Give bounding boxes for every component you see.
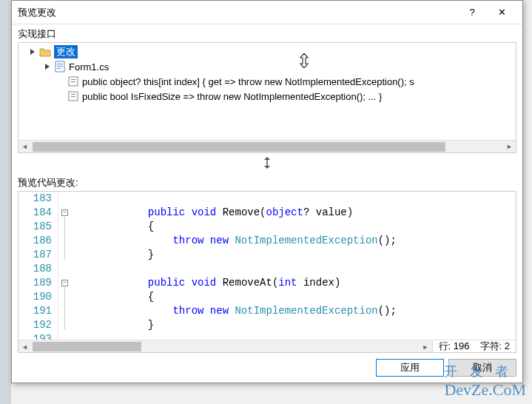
status-char: 字符: 2 xyxy=(480,340,510,353)
code-line xyxy=(73,262,516,276)
scroll-right-icon[interactable]: ► xyxy=(420,340,432,353)
code-editor[interactable]: 183184185186187188189190191192193 − − pu… xyxy=(18,192,516,340)
fold-box-icon[interactable]: − xyxy=(61,209,68,216)
code-line: { xyxy=(73,290,516,304)
svg-rect-1 xyxy=(57,64,63,64)
editor-status: 行: 196 字符: 2 xyxy=(432,340,516,352)
tree-member-row[interactable]: public object? this[int index] { get => … xyxy=(18,74,516,89)
code-line xyxy=(73,332,516,340)
code-line: } xyxy=(73,248,516,262)
line-number: 184 xyxy=(24,206,52,220)
help-button[interactable]: ? xyxy=(457,2,487,23)
svg-rect-8 xyxy=(71,94,75,95)
code-section-label: 预览代码更改: xyxy=(12,173,522,191)
resize-handle[interactable] xyxy=(12,153,522,173)
line-number: 191 xyxy=(24,304,52,318)
scroll-right-icon[interactable]: ► xyxy=(503,141,516,153)
resize-vertical-icon xyxy=(262,156,272,169)
line-number: 185 xyxy=(24,220,52,234)
code-text[interactable]: public void Remove(object? value) { thro… xyxy=(73,192,516,340)
member-icon xyxy=(67,90,79,102)
svg-rect-6 xyxy=(71,81,75,82)
line-number-gutter: 183184185186187188189190191192193 xyxy=(18,192,58,340)
tree-member-row[interactable]: public bool IsFixedSize => throw new Not… xyxy=(18,89,516,104)
svg-rect-3 xyxy=(57,68,61,69)
close-button[interactable]: ✕ xyxy=(487,2,516,23)
apply-button[interactable]: 应用 xyxy=(376,359,444,377)
dialog-title: 预览更改 xyxy=(18,6,457,19)
code-line xyxy=(73,192,516,206)
code-preview-panel: 183184185186187188189190191192193 − − pu… xyxy=(18,191,516,353)
expander-icon[interactable] xyxy=(44,62,53,71)
svg-rect-9 xyxy=(71,96,75,97)
line-number: 190 xyxy=(24,290,52,304)
tree-file-label: Form1.cs xyxy=(69,61,109,73)
line-number: 186 xyxy=(24,234,52,248)
tree-root-row[interactable]: 更改 xyxy=(18,44,516,59)
code-line: throw new NotImplementedException(); xyxy=(73,304,516,318)
svg-rect-2 xyxy=(57,66,63,67)
line-number: 183 xyxy=(24,192,52,206)
code-line: { xyxy=(73,220,516,234)
titlebar: 预览更改 ? ✕ xyxy=(12,1,522,24)
line-number: 189 xyxy=(24,276,52,290)
csharp-file-icon xyxy=(54,61,66,73)
line-number: 187 xyxy=(24,248,52,262)
preview-changes-dialog: 预览更改 ? ✕ 实现接口 更改 Form1.c xyxy=(11,0,523,383)
tree-content[interactable]: 更改 Form1.cs public object? this[int inde… xyxy=(18,43,516,140)
fold-box-icon[interactable]: − xyxy=(61,280,68,286)
line-number: 188 xyxy=(24,262,52,276)
scroll-left-icon[interactable]: ◄ xyxy=(18,340,31,353)
tree-root-label: 更改 xyxy=(54,45,78,58)
tree-section-label: 实现接口 xyxy=(12,24,522,42)
code-line: public void Remove(object? value) xyxy=(73,206,516,220)
tree-member-label: public object? this[int index] { get => … xyxy=(82,76,414,87)
cancel-button[interactable]: 取消 xyxy=(448,359,516,377)
code-line: throw new NotImplementedException(); xyxy=(73,234,516,248)
expander-icon[interactable] xyxy=(29,47,38,56)
line-number: 193 xyxy=(24,332,52,340)
folder-icon xyxy=(39,47,51,57)
status-line: 行: 196 xyxy=(439,340,470,353)
resize-handle-overlay[interactable] xyxy=(299,53,309,70)
code-line: } xyxy=(73,318,516,332)
dialog-buttons: 应用 取消 xyxy=(12,353,522,383)
changes-tree: 更改 Form1.cs public object? this[int inde… xyxy=(18,42,516,153)
tree-horizontal-scrollbar[interactable]: ◄ ► xyxy=(18,140,516,152)
scroll-left-icon[interactable]: ◄ xyxy=(18,141,31,153)
tree-member-label: public bool IsFixedSize => throw new Not… xyxy=(82,91,382,102)
member-icon xyxy=(67,75,79,87)
outline-column[interactable]: − − xyxy=(58,192,73,340)
svg-rect-5 xyxy=(71,79,75,80)
tree-file-row[interactable]: Form1.cs xyxy=(18,59,516,74)
code-horizontal-scrollbar[interactable] xyxy=(31,340,420,352)
line-number: 192 xyxy=(24,318,52,332)
code-line: public void RemoveAt(int index) xyxy=(73,276,516,290)
